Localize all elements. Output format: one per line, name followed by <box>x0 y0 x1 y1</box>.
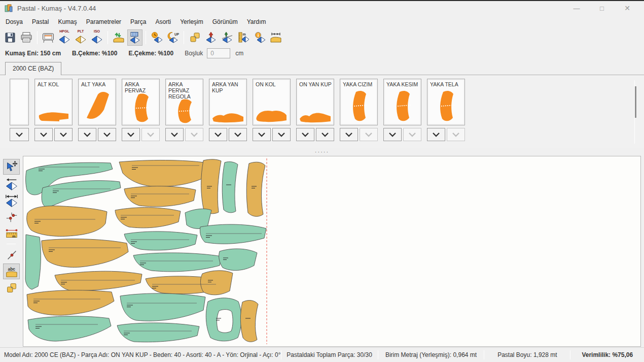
pattern-piece[interactable] <box>240 301 258 342</box>
fabric-settings-button[interactable] <box>127 29 142 46</box>
piece-card-yaka-kesim[interactable]: YAKA KESIM <box>383 79 421 125</box>
pattern-piece[interactable] <box>222 162 238 213</box>
maximize-button[interactable]: □ <box>590 5 614 12</box>
select-move-tool[interactable] <box>3 159 20 175</box>
line-tool[interactable] <box>3 247 20 262</box>
piece-card-arka-pervaz[interactable]: ARKA PERVAZ <box>122 79 160 125</box>
piece-card-yaka-tela[interactable]: YAKA TELA <box>427 79 465 125</box>
piece-card-alt-yaka[interactable]: ALT YAKA <box>78 79 116 125</box>
pattern-piece[interactable] <box>27 290 114 315</box>
recalculate-button[interactable] <box>111 29 126 46</box>
piece-card-on-kol[interactable]: ON KOL <box>253 79 291 125</box>
menu-item-parametreler[interactable]: Parametreler <box>82 16 126 27</box>
label-tool[interactable]: abc <box>3 264 20 279</box>
marker-canvas[interactable] <box>23 156 641 347</box>
piece-dropdown[interactable] <box>10 128 29 141</box>
piece-dropdown-right[interactable] <box>54 128 73 141</box>
menu-item-parca[interactable]: Parça <box>126 16 151 27</box>
measure-tool[interactable]: m <box>3 226 20 242</box>
piece-dropdown-left[interactable] <box>296 128 314 141</box>
info-diamond-icon <box>253 31 266 44</box>
pattern-piece[interactable] <box>200 224 266 244</box>
pieces-overlap-button[interactable] <box>187 29 202 46</box>
pattern-piece[interactable] <box>28 316 111 341</box>
piece-dropdown-left[interactable] <box>165 128 184 141</box>
iso-label: ISO <box>94 29 100 33</box>
hpgl-export-button[interactable]: HPGL <box>57 29 72 46</box>
plotter-button[interactable] <box>41 29 56 46</box>
move-left-tool[interactable] <box>3 176 20 191</box>
pattern-piece[interactable] <box>117 323 199 342</box>
piece-dropdown-left[interactable] <box>340 128 358 141</box>
piece-dropdown-right <box>185 128 203 141</box>
pattern-piece[interactable] <box>25 235 41 289</box>
menu-item-yardim[interactable]: Yardım <box>242 16 271 27</box>
piece-dropdown-left[interactable] <box>78 128 96 141</box>
save-button[interactable] <box>3 29 18 46</box>
menu-item-dosya[interactable]: Dosya <box>1 16 27 27</box>
piece-card-arka-pervaz-regola[interactable]: ARKA PERVAZ REGOLA <box>165 79 203 125</box>
gap-input[interactable] <box>207 48 230 58</box>
overlap-pieces-tool[interactable] <box>3 280 20 296</box>
minimize-button[interactable]: — <box>565 5 588 12</box>
pattern-piece[interactable] <box>55 271 142 291</box>
pattern-piece[interactable] <box>124 232 197 250</box>
menu-item-pastal[interactable]: Pastal <box>27 16 53 27</box>
pattern-piece[interactable] <box>42 239 128 268</box>
overlap-squares-icon <box>5 281 19 295</box>
pattern-piece[interactable] <box>124 186 196 207</box>
menu-item-kumas[interactable]: Kumaş <box>53 16 81 27</box>
piece-card-empty[interactable] <box>10 79 29 125</box>
chevron-down-icon <box>171 133 177 136</box>
piece-dropdown-right[interactable] <box>98 128 116 141</box>
piece-dropdown-left[interactable] <box>383 128 402 141</box>
piece-card-on-yan-kup[interactable]: ON YAN KUP <box>296 79 334 125</box>
splitter-grip[interactable]: ····· <box>315 150 329 153</box>
menu-item-asorti[interactable]: Asorti <box>151 16 175 27</box>
time-calc-button[interactable] <box>149 29 164 46</box>
chevron-down-icon <box>346 133 352 136</box>
pattern-piece[interactable] <box>120 293 205 321</box>
piece-card-alt-kol[interactable]: ALT KOL <box>34 79 73 125</box>
piece-label: ARKA YAN KUP <box>209 79 246 93</box>
print-button[interactable] <box>19 29 34 46</box>
piece-dropdown-right[interactable] <box>229 128 247 141</box>
piece-thumbnail-icon <box>124 92 158 125</box>
panel-splitter[interactable]: ····· <box>0 148 644 156</box>
piece-group <box>10 79 29 141</box>
main-toolbar: HPGL PLT ISO <box>0 28 644 47</box>
piece-dropdown-left[interactable] <box>253 128 271 141</box>
pattern-piece[interactable] <box>119 160 209 186</box>
point-tool[interactable] <box>3 209 20 225</box>
menu-item-yerlesim[interactable]: Yerleşim <box>175 16 208 27</box>
pattern-piece[interactable] <box>206 298 241 341</box>
piece-dropdown-left[interactable] <box>209 128 227 141</box>
plt-export-button[interactable]: PLT <box>73 29 88 46</box>
close-button[interactable]: ✕ <box>616 4 639 12</box>
meter-button[interactable]: m <box>236 29 251 46</box>
piece-thumbnail-icon <box>342 89 376 123</box>
piece-dropdown-right[interactable] <box>272 128 291 141</box>
chevron-down-icon <box>235 133 241 136</box>
stretch-horizontal-tool[interactable] <box>3 192 20 208</box>
pattern-piece[interactable] <box>200 271 233 295</box>
info-button[interactable] <box>252 29 267 46</box>
measure-up-button[interactable] <box>220 29 235 46</box>
piece-dropdown-left[interactable] <box>122 128 140 141</box>
piece-card-yaka-cizim[interactable]: YAKA CIZIM <box>340 79 378 125</box>
piece-dropdown-left[interactable] <box>427 128 445 141</box>
pattern-piece[interactable] <box>246 162 265 216</box>
up-moon-button[interactable]: UP <box>165 29 181 46</box>
piece-dropdown-right[interactable] <box>316 128 334 141</box>
pattern-piece[interactable] <box>42 181 121 207</box>
panel-scrollbar-thumb[interactable] <box>635 86 636 118</box>
menu-item-gorunum[interactable]: Görünüm <box>208 16 242 27</box>
pattern-piece[interactable] <box>133 253 222 272</box>
iso-export-button[interactable]: ISO <box>89 29 104 46</box>
width-adjust-button[interactable] <box>268 29 283 46</box>
pattern-piece[interactable] <box>115 208 181 228</box>
piece-card-arka-yan-kup[interactable]: ARKA YAN KUP <box>209 79 247 125</box>
move-up-button[interactable] <box>203 29 219 46</box>
piece-dropdown-left[interactable] <box>34 128 53 141</box>
tab-model[interactable]: 2000 CE (BAZ) <box>5 62 61 75</box>
